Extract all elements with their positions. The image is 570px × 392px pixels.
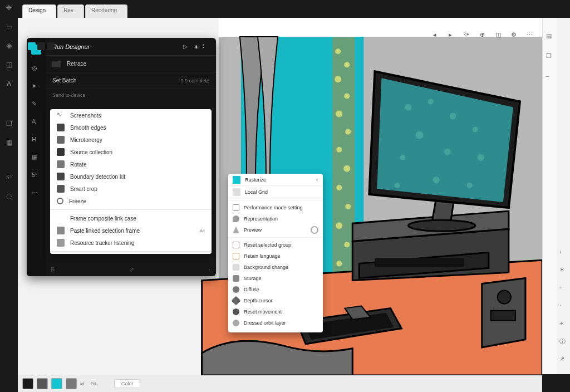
layers-icon[interactable]: ❐ [546, 52, 554, 60]
popup-item-storage[interactable]: Storage [228, 273, 323, 284]
footer-expand-icon[interactable]: ⤢ [129, 266, 134, 273]
rail-5x-icon[interactable]: 5ˣ [32, 171, 41, 179]
svg-point-23 [428, 99, 434, 104]
grid-icon[interactable]: ▦ [4, 138, 13, 147]
cp-tab-2[interactable] [37, 42, 45, 50]
dot-icon [233, 308, 239, 315]
heal-icon[interactable]: ◌ [4, 192, 13, 200]
select-icon[interactable]: ▭ [4, 22, 13, 31]
cp-tab-3[interactable] [47, 42, 55, 50]
swatch-3[interactable] [51, 378, 62, 389]
crop-icon[interactable]: ◫ [4, 60, 13, 69]
doc-icon[interactable]: ▤ [546, 32, 554, 40]
popup-header[interactable]: Rasterize × [228, 174, 323, 186]
paste-icon [57, 227, 65, 234]
info-icon[interactable]: ⓘ [559, 337, 567, 345]
refresh-icon[interactable]: ⟳ [464, 31, 472, 39]
footer-cast-icon[interactable]: ⎘ [51, 266, 55, 273]
move-icon[interactable]: ✥ [4, 3, 13, 12]
leaf-icon [233, 286, 239, 293]
dot1-icon[interactable]: ◦ [559, 284, 567, 292]
menu-item-smooth[interactable]: Smooth edges [50, 121, 212, 134]
footer-dot-icon[interactable]: ∙ [209, 266, 210, 273]
activity-bar: ✥ ▭ ◉ ◫ A ❐ ▦ Sʸ ◌ [0, 0, 18, 392]
box-icon [233, 264, 239, 271]
text-icon[interactable]: A [4, 79, 13, 88]
nav-fwd-icon[interactable]: ▸ [449, 31, 456, 39]
svg-point-27 [444, 149, 451, 155]
zoom-icon[interactable]: ⊕ [480, 31, 488, 39]
close-icon[interactable]: × [316, 177, 318, 183]
drop-icon [233, 215, 239, 222]
svg-point-28 [400, 155, 405, 160]
popup-item-depth[interactable]: Depth cursor [228, 295, 323, 306]
rail-eye-icon[interactable]: ◎ [32, 65, 41, 72]
popup-item-preview[interactable]: Preview [228, 224, 323, 236]
shelf-icon[interactable]: ❐ [4, 119, 13, 128]
nav-back-icon[interactable]: ◂ [433, 31, 441, 39]
menu-item-frame-composite[interactable]: Frame composite link case [50, 212, 212, 224]
popup-header-2[interactable]: Local Grid [228, 186, 323, 198]
menu-item-rotate[interactable]: Rotate [50, 158, 212, 170]
popup-item-diffuse[interactable]: Diffuse [228, 284, 323, 295]
row-set-batch[interactable]: Set Batch 0 0 complete [46, 72, 216, 89]
box-icon [233, 204, 239, 211]
swatch-2[interactable] [37, 378, 48, 389]
tab-design[interactable]: Design [22, 4, 56, 18]
minus-icon[interactable]: – [546, 72, 554, 80]
control-panel-subhead: Send to device [46, 89, 216, 101]
popup-item-bg-change[interactable]: Background change [228, 262, 323, 273]
rail-pen-icon[interactable]: ✎ [32, 100, 41, 108]
spinner-icon [311, 226, 318, 234]
menu-item-microtonergy[interactable]: Microtonergy [50, 134, 212, 146]
swatch-1[interactable] [22, 378, 33, 389]
svg-point-5 [335, 48, 341, 54]
rail-h-icon[interactable]: H [32, 136, 41, 144]
plus-icon[interactable]: + [559, 320, 567, 327]
cp-tab-active[interactable] [28, 42, 36, 50]
svg-point-13 [336, 185, 342, 190]
swatch-4[interactable] [66, 378, 77, 389]
popup-item-performance[interactable]: Performance mode setting [228, 202, 323, 213]
chevron-icon[interactable]: › [559, 248, 567, 256]
tab-rendering[interactable]: Rendering [85, 4, 127, 18]
record-icon[interactable]: ◈ [194, 43, 199, 50]
rail-grid-icon[interactable]: ▦ [32, 154, 41, 161]
popup-item-representation[interactable]: Representation [228, 213, 323, 224]
rail-text-icon[interactable]: A [32, 118, 41, 126]
svg-point-8 [344, 93, 350, 99]
menu-item-paste-linked[interactable]: Paste linked selection frameAlt [50, 224, 212, 237]
eye-icon[interactable]: ◉ [4, 41, 13, 50]
cog-icon[interactable]: ✶ [559, 266, 567, 274]
s-tool-icon[interactable]: Sʸ [4, 173, 13, 182]
control-panel-header: Run Designer ▷ ◈ ⠇ [46, 38, 216, 56]
tab-rev[interactable]: Rev [57, 4, 84, 18]
bottom-field[interactable]: Color [114, 379, 141, 388]
popup-item-reset-move[interactable]: Reset movement [228, 306, 323, 317]
svg-point-32 [394, 183, 400, 188]
control-panel-rail: ◎ ➤ ✎ A H ▦ 5ˣ ⋯ [27, 38, 46, 276]
popup-item-dressed[interactable]: Dressed orbit layer [228, 317, 323, 329]
more-icon[interactable]: ⋯ [527, 31, 534, 39]
svg-point-17 [336, 261, 342, 266]
menu-item-resource-tracker[interactable]: Resource tracker listening [50, 237, 212, 249]
popup-item-reset-group[interactable]: Reset selected group [228, 239, 323, 251]
row-retrace[interactable]: Retrace [46, 56, 216, 72]
arr-icon[interactable]: ↗ [559, 355, 567, 363]
menu-item-source[interactable]: Source collection [50, 146, 212, 158]
square-icon [57, 136, 65, 144]
rail-opt-icon[interactable]: ⋯ [32, 189, 41, 197]
menu-item-screenshots[interactable]: ↖Screenshots [50, 109, 212, 121]
menu-item-boundary[interactable]: Boundary detection kit [50, 170, 212, 183]
panel-menu-icon[interactable]: ⠇ [202, 43, 206, 50]
gear-icon[interactable]: ⚙ [511, 31, 519, 39]
popup-panel: Rasterize × Local Grid Performance mode … [228, 174, 323, 332]
popup-item-retain-lang[interactable]: Retain language [228, 251, 323, 262]
split-icon[interactable]: ◫ [495, 31, 503, 39]
svg-point-26 [416, 131, 424, 139]
dot2-icon[interactable]: ∙ [559, 302, 567, 310]
menu-item-smart-crop[interactable]: Smart crop [50, 183, 212, 195]
play-icon[interactable]: ▷ [183, 43, 188, 50]
rail-arrow-icon[interactable]: ➤ [32, 82, 41, 90]
menu-item-freeze[interactable]: Freeze [50, 195, 212, 207]
